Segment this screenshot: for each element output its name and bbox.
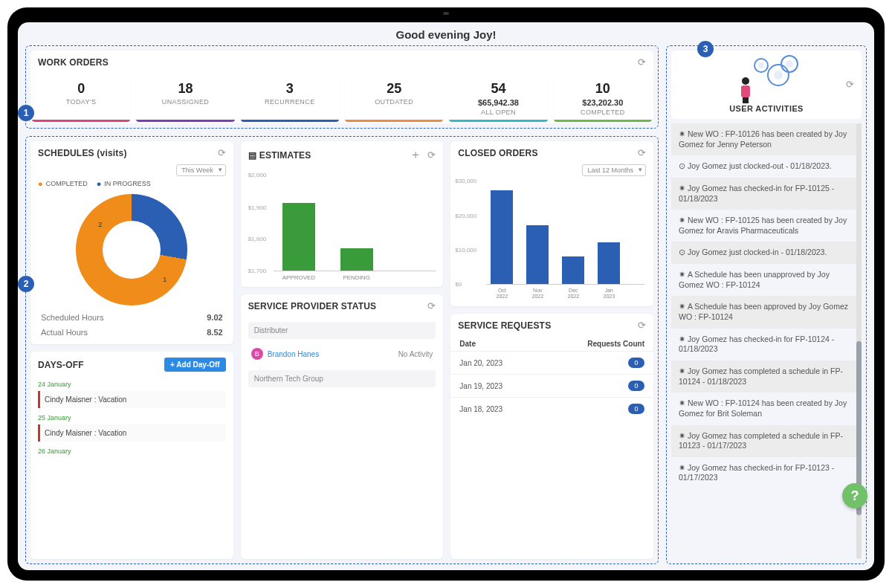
days-off-card: DAYS-OFF + Add Day-Off 24 JanuaryCindy M… [30, 352, 233, 559]
service-request-row[interactable]: Jan 19, 20230 [450, 374, 653, 397]
work-order-tile[interactable]: 10$23,202.30COMPLETED [554, 74, 652, 122]
schedules-card: SCHEDULES (visits) ⟳ This Week COMPLETED… [30, 141, 233, 344]
refresh-icon[interactable]: ⟳ [427, 300, 436, 311]
sr-count-badge: 0 [628, 358, 644, 368]
work-orders-section: WORK ORDERS ⟳ 0TODAY'S18UNASSIGNED3RECUR… [25, 45, 659, 129]
bar [282, 203, 315, 271]
refresh-icon[interactable]: ⟳ [638, 147, 646, 158]
x-label: Jan2023 [598, 288, 620, 299]
estimates-chart: $2,000 $1,900 $1,800 $1,700 APPROVEDPEND… [241, 169, 444, 287]
provider-group: Northern Tech Group [248, 370, 436, 387]
bar [491, 190, 513, 284]
activity-item[interactable]: ✷Joy Gomez has checked-in for FP-10125 -… [671, 178, 862, 210]
activity-icon: ⊙ [679, 248, 685, 256]
donut-label-1: 2 [98, 221, 102, 228]
work-order-tile[interactable]: 18UNASSIGNED [136, 74, 234, 122]
sr-col-count: Requests Count [587, 340, 644, 348]
gears-illustration [733, 58, 800, 103]
schedules-donut-chart: 2 1 [76, 194, 187, 306]
activity-item[interactable]: ✷Joy Gomez has checked-in for FP-10123 -… [671, 457, 862, 489]
x-label: APPROVED [282, 274, 315, 281]
tile-count: 54 [453, 81, 543, 97]
activity-icon: ✷ [679, 184, 685, 193]
help-button[interactable]: ? [842, 483, 867, 508]
activity-icon: ✷ [679, 366, 685, 375]
actual-hours-value: 8.52 [207, 328, 222, 337]
activity-icon: ⊙ [679, 161, 685, 170]
sr-count-badge: 0 [628, 404, 644, 414]
annotation-badge-1: 1 [18, 105, 34, 121]
refresh-icon[interactable]: ⟳ [846, 79, 854, 90]
plus-icon[interactable]: ＋ [410, 147, 421, 163]
activity-item[interactable]: ✷New WO : FP-10126 has been created by J… [671, 123, 862, 155]
schedules-range-select[interactable]: This Week [176, 164, 225, 176]
sr-count-badge: 0 [628, 381, 644, 391]
day-off-date: 26 January [38, 446, 226, 456]
refresh-icon[interactable]: ⟳ [427, 149, 436, 161]
donut-label-2: 1 [163, 276, 167, 283]
activity-item[interactable]: ✷Joy Gomez has checked-in for FP-10124 -… [671, 329, 862, 361]
x-label: Dec2022 [562, 288, 584, 299]
scheduled-hours-value: 9.02 [207, 313, 222, 322]
dashboard-main: 1 2 WORK ORDERS ⟳ 0TODAY'S18UNASSIGNED3R… [25, 45, 867, 564]
provider-group: Distributer [248, 322, 436, 339]
add-day-off-button[interactable]: + Add Day-Off [164, 358, 226, 372]
activity-item[interactable]: ⊙Joy Gomez just clocked-out - 01/18/2023… [671, 155, 862, 178]
day-off-item[interactable]: Cindy Maisner : Vacation [38, 424, 226, 442]
activity-icon: ✷ [679, 335, 685, 343]
activity-icon: ✷ [679, 270, 685, 279]
day-off-date: 25 January [38, 413, 226, 423]
scheduled-hours-label: Scheduled Hours [41, 313, 103, 322]
work-order-tile[interactable]: 3RECURRENCE [241, 74, 339, 122]
x-label: Nov2022 [526, 288, 549, 299]
work-order-tile[interactable]: 0TODAY'S [32, 74, 130, 122]
provider-name: Brandon Hanes [268, 350, 320, 358]
tile-label: RECURRENCE [245, 98, 334, 106]
tile-count: 0 [36, 81, 126, 97]
service-requests-title: SERVICE REQUESTS [458, 320, 551, 331]
days-off-title: DAYS-OFF [38, 360, 84, 370]
activity-item[interactable]: ✷Joy Gomez has completed a schedule in F… [671, 425, 862, 457]
activity-icon: ✷ [679, 216, 685, 224]
tile-label: COMPLETED [558, 109, 647, 116]
user-activities-list[interactable]: ✷New WO : FP-10126 has been created by J… [671, 123, 862, 559]
activity-item[interactable]: ✷A Schedule has been unapproved by Joy G… [671, 264, 862, 296]
activity-item[interactable]: ✷New WO : FP-10124 has been created by J… [671, 392, 862, 424]
activity-item[interactable]: ⊙Joy Gomez just clocked-in - 01/18/2023. [671, 242, 862, 264]
greeting-text: Good evening Joy! [25, 28, 867, 41]
service-request-row[interactable]: Jan 18, 20230 [450, 397, 653, 420]
tile-amount: $65,942.38 [453, 98, 543, 107]
activity-item[interactable]: ✷Joy Gomez has completed a schedule in F… [671, 361, 862, 392]
closed-orders-chart: $30,000 $20,000 $10,000 $0 Oct2022Nov202… [450, 181, 653, 306]
tile-count: 3 [245, 81, 334, 97]
annotation-badge-2: 2 [18, 276, 34, 292]
day-off-item[interactable]: Cindy Maisner : Vacation [38, 391, 226, 408]
provider-row[interactable]: B Brandon Hanes No Activity [248, 343, 436, 364]
closed-orders-range-select[interactable]: Last 12 Months [582, 164, 646, 176]
refresh-icon[interactable]: ⟳ [638, 320, 646, 331]
bar [340, 248, 373, 271]
activity-icon: ✷ [679, 129, 685, 138]
document-icon: ▤ [248, 150, 256, 161]
work-order-tile[interactable]: 25OUTDATED [345, 74, 443, 122]
refresh-icon[interactable]: ⟳ [638, 56, 646, 68]
bar [598, 242, 620, 284]
activity-item[interactable]: ✷A Schedule has been approved by Joy Gom… [671, 296, 862, 328]
tile-label: UNASSIGNED [140, 98, 230, 106]
closed-orders-title: CLOSED ORDERS [458, 148, 537, 158]
estimates-title: ▤ESTIMATES [248, 150, 311, 161]
widgets-section: SCHEDULES (visits) ⟳ This Week COMPLETED… [25, 136, 659, 564]
device-notch [401, 7, 491, 19]
service-provider-card: SERVICE PROVIDER STATUS ⟳ Distributer B … [241, 294, 444, 559]
work-order-tile[interactable]: 54$65,942.38ALL OPEN [449, 74, 547, 122]
activity-item[interactable]: ✷New WO : FP-10125 has been created by J… [671, 210, 862, 242]
refresh-icon[interactable]: ⟳ [218, 147, 226, 158]
provider-status: No Activity [398, 350, 433, 358]
bar [526, 225, 549, 284]
service-provider-title: SERVICE PROVIDER STATUS [248, 301, 377, 311]
dashboard-left: 1 2 WORK ORDERS ⟳ 0TODAY'S18UNASSIGNED3R… [25, 45, 659, 564]
service-request-row[interactable]: Jan 20, 20230 [450, 351, 653, 374]
tile-count: 10 [558, 81, 647, 97]
tile-label: ALL OPEN [453, 109, 543, 116]
dashboard-right: 3 USER ACTIVITIES ⟳ ✷New WO : FP-10126 h… [666, 45, 867, 564]
